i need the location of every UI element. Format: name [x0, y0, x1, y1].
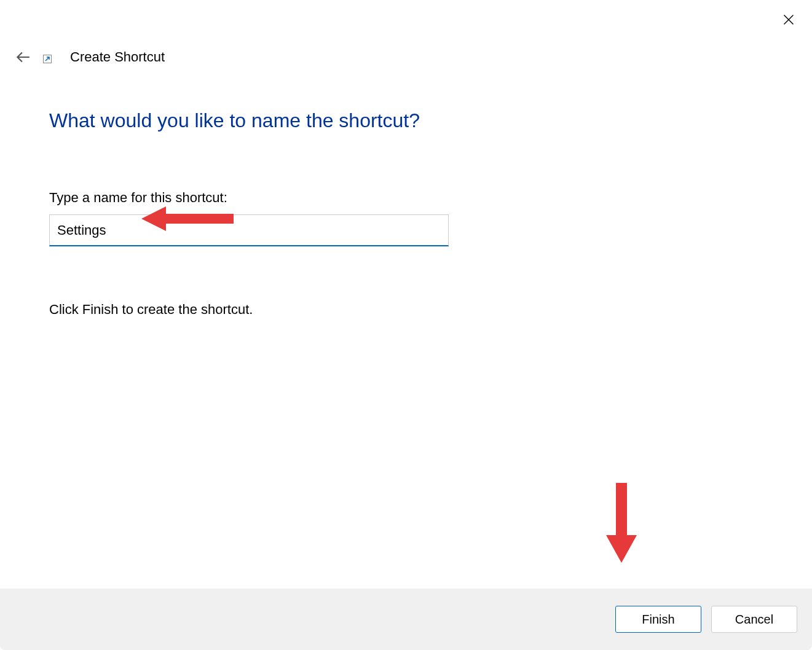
shortcut-arrow-icon [44, 56, 50, 62]
close-icon [782, 14, 795, 26]
arrow-left-icon [15, 49, 31, 65]
shortcut-name-input[interactable] [49, 214, 449, 246]
window-title: Create Shortcut [70, 49, 165, 65]
instruction-text: Click Finish to create the shortcut. [49, 302, 763, 318]
shortcut-name-label: Type a name for this shortcut: [49, 190, 763, 206]
svg-line-3 [45, 57, 49, 61]
main-content: What would you like to name the shortcut… [49, 109, 763, 318]
svg-marker-5 [606, 483, 637, 563]
finish-button[interactable]: Finish [615, 606, 701, 633]
create-shortcut-wizard: Create Shortcut What would you like to n… [0, 0, 812, 650]
annotation-arrow-finish [600, 483, 643, 563]
shortcut-icon [43, 51, 55, 63]
close-button[interactable] [780, 11, 797, 28]
wizard-heading: What would you like to name the shortcut… [49, 109, 763, 132]
footer: Finish Cancel [0, 589, 812, 650]
header: Create Shortcut [14, 48, 165, 66]
back-button[interactable] [14, 48, 32, 66]
cancel-button[interactable]: Cancel [711, 606, 797, 633]
